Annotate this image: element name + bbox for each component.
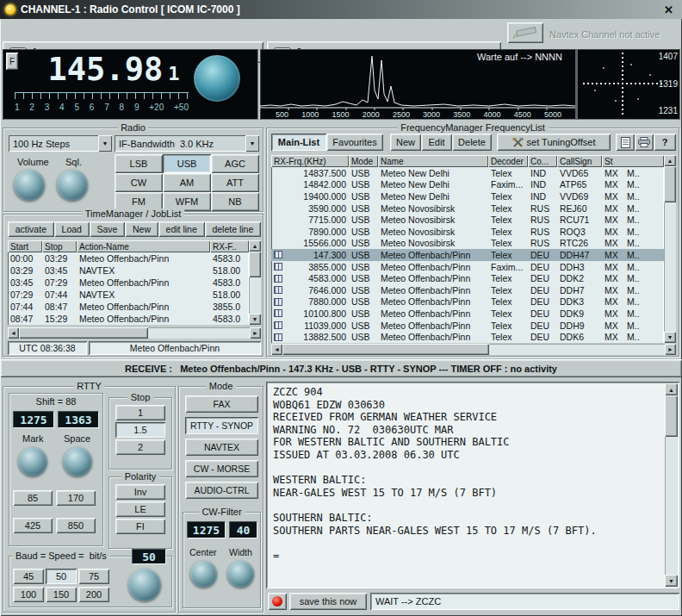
column-header[interactable]: Action-Name <box>77 240 210 252</box>
joblist-toolbar-button[interactable]: Save <box>90 221 126 237</box>
cw-width-knob[interactable] <box>227 561 254 588</box>
frequency-row[interactable]: 147.300 USB Meteo Offenbach/Pinn Telex D… <box>271 249 664 261</box>
column-header[interactable]: CallSign <box>557 155 602 167</box>
save-now-button[interactable]: save this now <box>289 593 367 610</box>
column-header[interactable]: RX-F.. <box>210 240 249 252</box>
mark-knob[interactable] <box>18 447 47 476</box>
radio-mode-button[interactable]: AM <box>163 173 211 192</box>
squelch-knob[interactable] <box>57 170 88 201</box>
scroll-up-arrow[interactable]: ▲ <box>249 240 261 252</box>
baud-preset-button[interactable]: 45 <box>13 569 44 584</box>
shift-preset-button[interactable]: 170 <box>56 490 96 506</box>
cw-center-knob[interactable] <box>190 561 217 588</box>
baud-knob[interactable] <box>128 569 161 601</box>
decoder-mode-button[interactable]: AUDIO-CTRL <box>185 482 258 499</box>
job-vertical-scrollbar[interactable]: ▲ ▼ <box>249 240 261 325</box>
shift-preset-button[interactable]: 85 <box>13 490 53 506</box>
scroll-up-arrow[interactable]: ▲ <box>664 155 676 166</box>
chevron-down-icon[interactable]: ▼ <box>98 135 112 152</box>
scroll-up-arrow[interactable]: ▲ <box>665 383 678 395</box>
radio-mode-button[interactable]: ATT <box>211 173 259 192</box>
frequency-row[interactable]: 10100.800 USB Meteo Offenbach/Pinn Telex… <box>271 308 664 320</box>
f-button[interactable]: F <box>6 53 18 70</box>
new-button[interactable]: New <box>390 134 421 151</box>
scroll-right-arrow[interactable]: ► <box>250 327 261 339</box>
record-button[interactable] <box>268 593 287 610</box>
decoder-mode-button[interactable]: FAX <box>185 395 258 413</box>
joblist-toolbar-button[interactable]: delete line <box>205 221 261 237</box>
baud-preset-button[interactable]: 75 <box>78 569 109 584</box>
column-header[interactable]: Start <box>8 240 42 252</box>
delete-button[interactable]: Delete <box>452 134 492 151</box>
frequency-row[interactable]: 7646.000 USB Meteo Offenbach/Pinn Telex … <box>271 284 664 296</box>
if-bandwidth-select[interactable]: IF-Bandwidth 3.0 KHz ▼ <box>115 135 259 152</box>
set-tuning-offset-button[interactable]: set TuningOffset <box>497 134 611 151</box>
help-button[interactable]: ? <box>654 134 676 151</box>
frequency-vertical-scrollbar[interactable]: ▲ ▼ <box>664 155 676 343</box>
shift-preset-button[interactable]: 850 <box>56 518 96 533</box>
frequency-row[interactable]: 14842.000 USB Meteo New Delhi Faxim... I… <box>271 179 664 191</box>
print-button[interactable] <box>635 134 654 151</box>
job-row[interactable]: 00:00 03:29 Meteo Offenbach/Pinn 4583.0 <box>8 252 249 264</box>
frequency-row[interactable]: 19400.000 USB Meteo New Delhi Telex IND … <box>271 190 664 202</box>
baud-preset-button[interactable]: 50 <box>46 569 77 584</box>
scrollbar-thumb[interactable] <box>19 327 148 339</box>
tuning-knob[interactable] <box>194 55 240 102</box>
edit-button[interactable]: Edit <box>421 134 452 151</box>
chevron-down-icon[interactable]: ▼ <box>245 135 259 152</box>
frequency-row[interactable]: 3590.000 USB Meteo Novosibirsk Telex RUS… <box>271 202 664 215</box>
job-horizontal-scrollbar[interactable]: ◄ ► <box>8 327 261 339</box>
radio-mode-button[interactable]: NB <box>211 192 259 211</box>
column-header[interactable]: Co... <box>528 155 557 167</box>
scrollbar-thumb[interactable] <box>249 252 261 277</box>
job-row[interactable]: 03:29 03:45 NAVTEX 518.00 <box>8 264 249 277</box>
frequency-row[interactable]: 13882.500 USB Meteo Offenbach/Pinn Telex… <box>271 331 664 343</box>
column-header[interactable]: RX-Frq.(KHz) <box>271 155 349 167</box>
stop-bits-button[interactable]: 1.5 <box>115 422 165 438</box>
job-row[interactable]: 03:45 07:29 Meteo Offenbach/Pinn 4583.0 <box>8 277 249 289</box>
stop-bits-button[interactable]: 1 <box>115 405 165 420</box>
frequency-row[interactable]: 11039.000 USB Meteo Offenbach/Pinn Telex… <box>271 320 664 332</box>
radio-mode-button[interactable]: AGC <box>211 154 259 173</box>
radio-mode-button[interactable]: USB <box>163 154 211 173</box>
job-row[interactable]: 07:29 07:44 NAVTEX 518.00 <box>8 289 249 301</box>
polarity-button[interactable]: FI <box>115 519 165 534</box>
polarity-button[interactable]: Inv <box>115 484 165 500</box>
tab-main-list[interactable]: Main-List <box>271 134 326 151</box>
close-button[interactable]: ✕ <box>660 3 677 16</box>
scroll-down-arrow[interactable]: ▼ <box>665 575 678 587</box>
column-header[interactable]: Decoder <box>488 155 528 167</box>
scroll-down-arrow[interactable]: ▼ <box>664 332 676 343</box>
decoder-mode-button[interactable]: NAVTEX <box>185 439 258 456</box>
polarity-button[interactable]: LE <box>115 501 165 517</box>
shift-preset-button[interactable]: 425 <box>13 518 53 533</box>
export-page-button[interactable] <box>616 134 635 151</box>
tab-favourites[interactable]: Favourites <box>326 134 383 151</box>
scroll-left-arrow[interactable]: ◄ <box>271 344 282 355</box>
scroll-left-arrow[interactable]: ◄ <box>8 327 19 339</box>
stop-bits-button[interactable]: 2 <box>115 439 165 455</box>
joblist-toolbar-button[interactable]: edit line <box>158 221 205 237</box>
frequency-row[interactable]: 7880.000 USB Meteo Offenbach/Pinn Telex … <box>271 296 664 308</box>
column-header[interactable]: Mode <box>349 155 378 167</box>
frequency-row[interactable]: 15566.000 USB Meteo Novosibirsk Telex RU… <box>271 238 664 250</box>
space-knob[interactable] <box>63 447 92 476</box>
frequency-row[interactable]: 3855.000 USB Meteo Offenbach/Pinn Faxim.… <box>271 261 664 273</box>
scroll-down-arrow[interactable]: ▼ <box>249 314 261 325</box>
scrollbar-thumb[interactable] <box>282 344 489 355</box>
joblist-toolbar-button[interactable]: activate <box>8 221 54 237</box>
frequency-row[interactable]: 14837.500 USB Meteo New Delhi Telex IND … <box>271 167 664 179</box>
scrollbar-thumb[interactable] <box>664 166 676 202</box>
baud-preset-button[interactable]: 200 <box>78 587 109 602</box>
frequency-row[interactable]: 4583.000 USB Meteo Offenbach/Pinn Telex … <box>271 272 664 284</box>
output-vertical-scrollbar[interactable]: ▲ ▼ <box>665 383 678 587</box>
job-row[interactable]: 08:47 15:29 Meteo Offenbach/Pinn 4583.0 <box>8 313 249 325</box>
step-size-select[interactable]: 100 Hz Steps ▼ <box>9 135 112 152</box>
scroll-right-arrow[interactable]: ► <box>665 344 676 355</box>
frequency-row[interactable]: 7715.000 USB Meteo Novosibirsk Telex RUS… <box>271 214 664 226</box>
radio-mode-button[interactable]: LSB <box>115 154 163 173</box>
scrollbar-thumb[interactable] <box>665 395 678 437</box>
frequency-horizontal-scrollbar[interactable]: ◄ ► <box>271 344 676 355</box>
baud-preset-button[interactable]: 100 <box>13 587 44 602</box>
column-header[interactable]: Name <box>378 155 488 167</box>
